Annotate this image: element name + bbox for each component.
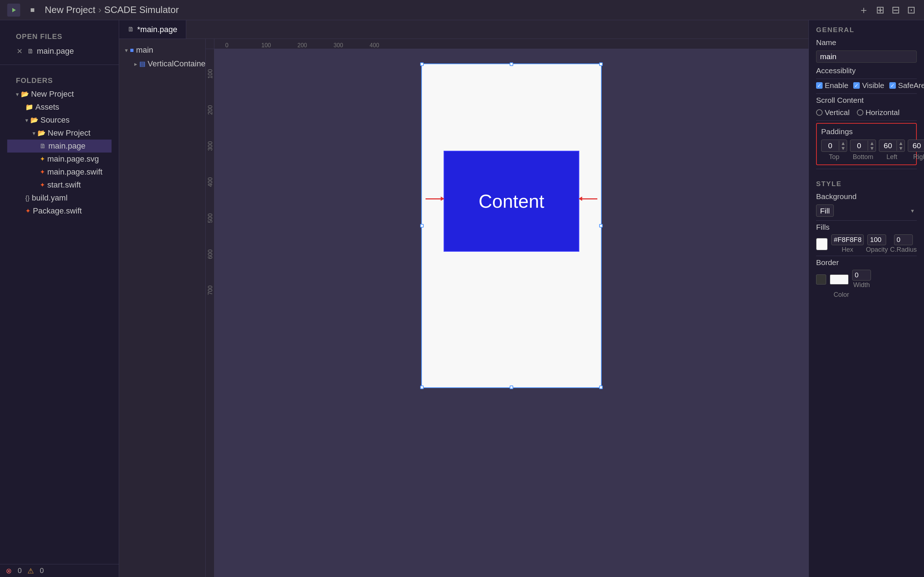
layout-button3[interactable]: ⊡ [906,3,917,17]
layout-button1[interactable]: ⊞ [874,3,886,17]
ruler-top: 0 100 200 300 400 [206,39,809,49]
ruler-container: 100 200 300 400 500 600 700 [206,49,809,577]
border-color-preview[interactable] [830,274,848,285]
padding-left-field: ▲ ▼ Left [879,140,905,161]
background-label: Background [816,192,856,201]
fill-color-swatch[interactable] [816,238,828,250]
padding-right-input[interactable] [908,140,924,152]
handle-bl[interactable] [420,385,424,389]
enable-label: Enable [825,81,848,90]
tree-item-new-project[interactable]: ▾ 📂 New Project [7,88,111,101]
vertical-radio[interactable]: Vertical [816,108,850,117]
content-box[interactable]: Content [444,151,579,252]
svg-marker-0 [12,8,16,12]
fills-hex-input[interactable] [831,234,864,245]
vertical-radio-btn[interactable] [816,109,822,116]
border-color-swatch[interactable] [816,274,826,285]
fills-opacity-input[interactable] [867,234,886,245]
border-color-label [816,291,828,298]
name-input-row [816,50,917,63]
tab-main-page[interactable]: 🗎 *main.page [119,20,186,39]
swift-icon: ✦ [40,181,45,189]
component-icon2: ▤ [139,60,145,68]
style-title: STYLE [816,180,917,188]
handle-br[interactable] [599,385,603,389]
content-label: Content [478,190,544,212]
tree-item-main-page[interactable]: 🗎 main.page [7,140,111,153]
page-file-icon: 🗎 [27,48,34,55]
tree-panel-item-main[interactable]: ▾ ■ main [119,43,205,57]
enable-checkbox[interactable]: ✓ Enable [816,81,848,90]
handle-tr[interactable] [599,62,603,66]
scroll-radio-row: Vertical Horizontal [816,108,917,117]
paddings-title: Paddings [821,127,912,136]
handle-ml[interactable] [420,224,424,227]
chevron-icon: ▾ [25,117,28,124]
layout-button2[interactable]: ⊟ [890,3,901,17]
tree-label: main.page.svg [47,154,99,164]
padding-top-up[interactable]: ▲ [839,141,847,146]
visible-checkbox[interactable]: ✓ Visible [853,81,884,90]
fills-cradius-input[interactable] [894,234,913,245]
fill-select-wrapper: Fill ▾ [816,205,917,217]
padding-left-input[interactable] [879,140,897,152]
paddings-grid: ▲ ▼ Top ▲ ▼ [821,140,912,161]
border-section-label: Border [816,258,917,267]
padding-bottom-field: ▲ ▼ Bottom [850,140,876,161]
play-button[interactable] [7,3,20,16]
open-file-main-page[interactable]: ✕ 🗎 main.page [7,44,111,59]
padding-bottom-input[interactable] [850,140,868,152]
tree-label: main.page [48,141,86,151]
tree-item-main-page-swift[interactable]: ✦ main.page.swift [7,166,111,179]
tab-bar: 🗎 *main.page [119,20,809,39]
tree-label: main.page.swift [47,167,102,177]
tree-item-new-project-inner[interactable]: ▾ 📂 New Project [7,127,111,140]
name-input[interactable] [816,50,917,63]
tree-panel-label: main [136,45,153,55]
padding-top-down[interactable]: ▼ [839,146,847,151]
sidebar: OPEN FILES ✕ 🗎 main.page FOLDERS ▾ 📂 New… [0,20,119,577]
padding-left-down[interactable]: ▼ [897,146,905,151]
padding-arrow-left [426,198,444,200]
padding-bottom-up[interactable]: ▲ [868,141,876,146]
page-canvas: Content [421,63,602,388]
padding-bottom-down[interactable]: ▼ [868,146,876,151]
padding-right-label: Right [913,153,924,161]
stop-button[interactable] [26,3,39,16]
handle-tl[interactable] [420,62,424,66]
tree-item-package-swift[interactable]: ✦ Package.swift [7,205,111,218]
folders-label: FOLDERS [7,74,111,88]
handle-mr[interactable] [599,224,603,227]
breadcrumb-sep: › [98,4,102,16]
horizontal-radio[interactable]: Horizontal [857,108,900,117]
tree-item-build-yaml[interactable]: {} build.yaml [7,192,111,205]
toolbar-right: ＋ ⊞ ⊟ ⊡ [857,2,917,18]
fills-hex-label: Hex [842,246,853,253]
visible-label: Visible [862,81,884,90]
tree-label: Package.swift [33,206,82,216]
tree-panel-item-vertical-container[interactable]: ▸ ▤ VerticalContainer [119,57,205,71]
close-icon[interactable]: ✕ [16,48,23,55]
handle-bc[interactable] [510,385,513,389]
ruler-v-500: 500 [207,213,214,223]
background-row: Background [816,192,917,201]
tree-item-main-page-svg[interactable]: ✦ main.page.svg [7,153,111,166]
tree-item-assets[interactable]: 📁 Assets [7,101,111,114]
horizontal-radio-btn[interactable] [857,109,863,116]
style-section: STYLE Background Fill ▾ Fills [809,174,924,303]
tree-item-start-swift[interactable]: ✦ start.swift [7,179,111,192]
padding-bottom-input-wrapper: ▲ ▼ [850,140,876,152]
horizontal-label: Horizontal [866,108,900,117]
element-tree-panel: ▾ ■ main ▸ ▤ VerticalContainer [119,39,206,577]
fills-row: Hex Opacity C.Radius [816,234,917,253]
handle-tc[interactable] [510,62,513,66]
tree-item-sources[interactable]: ▾ 📂 Sources [7,114,111,127]
paddings-box: Paddings ▲ ▼ Top [816,123,917,165]
add-button[interactable]: ＋ [857,2,870,18]
padding-top-input[interactable] [822,140,839,152]
safearea-checkbox[interactable]: ✓ SafeArea [889,81,924,90]
border-width-input[interactable] [852,270,871,280]
canvas-viewport[interactable]: Content [215,49,809,577]
fill-select[interactable]: Fill [816,205,834,217]
padding-left-up[interactable]: ▲ [897,141,905,146]
